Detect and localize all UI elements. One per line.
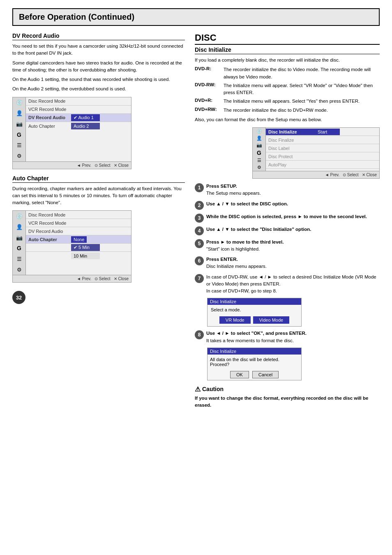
icon-disc-2: 💿 — [14, 212, 24, 221]
disc-icon-3: 📷 — [256, 143, 262, 148]
auto-disc-record: Disc Record Mode — [26, 211, 131, 219]
confirm-dialog-text: All data on the disc will be deleted. Pr… — [210, 357, 279, 367]
step-7-num: 7 — [195, 274, 204, 283]
icon-camera-2: 📷 — [14, 233, 24, 242]
step-8-num: 8 — [195, 330, 204, 339]
menu-item-vcr-record: VCR Record Mode — [26, 106, 131, 114]
step-2-text: Use ▲ / ▼ to select the DISC option. — [206, 200, 288, 207]
auto-dv-audio: DV Record Audio — [26, 227, 131, 235]
icon-person: 👤 — [14, 109, 24, 118]
menu-item-dv-record-audio: DV Record Audio ✔ Audio 1 — [26, 114, 131, 122]
dvd-plus-rw-key: DVD+RW: — [195, 107, 224, 112]
step-4: 4 Use ▲ / ▼ to select the "Disc Initiali… — [195, 226, 380, 235]
icon-list-2: ☰ — [14, 254, 24, 263]
disc-icon-4: G — [257, 150, 261, 156]
dvd-rw-key: DVD-RW: — [195, 82, 224, 87]
disc-footer-select: ⊙ Select — [343, 173, 359, 177]
caution-icon: ⚠ — [195, 385, 201, 393]
step-6: 6 Press ENTER. Disc Initialize menu appe… — [195, 256, 380, 270]
icon-disc: 💿 — [14, 98, 24, 107]
dv-record-para-2: Some digital camcorders have two stereo … — [12, 60, 185, 74]
page-header: Before Operation (Continued) — [12, 8, 380, 26]
disc-protect-item: Disc Protect — [266, 152, 379, 161]
disc-main-heading: DISC — [195, 32, 380, 45]
disc-setup-menu: 💿 👤 📷 G ☰ ⚙ Disc Initialize Start Disc F… — [252, 127, 380, 179]
disc-icon-6: ⚙ — [257, 165, 261, 170]
step-2: 2 Use ▲ / ▼ to select the DISC option. — [195, 200, 380, 210]
step-6-text: Press ENTER. Disc Initialize menu appear… — [206, 256, 267, 270]
footer-select: ⊙ Select — [95, 163, 111, 168]
disc-initialize-item: Disc Initialize Start — [266, 128, 379, 136]
disc-initialize-heading: Disc Initialize — [195, 46, 380, 54]
disc-menu-content: Disc Initialize Start Disc Finalize Disc… — [266, 128, 379, 171]
footer-prev: ◄ Prev. — [77, 163, 91, 168]
auto-footer-prev: ◄ Prev. — [77, 276, 91, 281]
auto-chapter-content: Disc Record Mode VCR Record Mode DV Reco… — [26, 211, 131, 275]
icon-settings-2: ⚙ — [14, 265, 24, 274]
step-8-text: Use ◄ / ► to select "OK", and press ENTE… — [206, 330, 307, 344]
auto-chapter-menu: 💿 👤 📷 G ☰ ⚙ Disc Record Mode VCR Record … — [12, 210, 131, 283]
step-4-text: Use ▲ / ▼ to select the "Disc Initialize… — [206, 226, 311, 233]
step-7-main: In case of DVD-RW, use ◄ / ► to select a… — [206, 274, 376, 286]
dv-record-menu: 💿 👤 📷 G ☰ ⚙ Disc Record Mode VCR Record … — [12, 97, 131, 169]
step-8-sub: It takes a few moments to format the dis… — [206, 338, 294, 343]
icon-settings: ⚙ — [14, 152, 24, 161]
caution-section: ⚠ Caution If you want to change the disc… — [195, 385, 380, 409]
vr-mode-button[interactable]: VR Mode — [219, 316, 251, 324]
video-mode-button[interactable]: Video Mode — [253, 316, 290, 324]
caution-label: Caution — [202, 386, 224, 392]
ok-button[interactable]: OK — [230, 371, 249, 378]
step-3-text: While the DISC option is selected, press… — [206, 213, 367, 220]
dvd-plus-r-row: DVD+R: The Initialize menu will appears.… — [195, 98, 380, 105]
step-6-main: Press ENTER. — [206, 257, 238, 262]
step-1: 1 Press SETUP. The Setup menu appears. — [195, 183, 380, 197]
step-4-main: Use ▲ / ▼ to select the "Disc Initialize… — [206, 227, 311, 232]
caution-bold-text: If you want to change the disc format, e… — [195, 396, 368, 408]
disc-icon-2: 👤 — [256, 136, 262, 141]
icon-person-2: 👤 — [14, 222, 24, 231]
confirm-dialog-buttons: OK Cancel — [208, 369, 301, 380]
dvd-r-val: The recorder initialize the disc to Vide… — [224, 66, 380, 81]
disc-types-table: DVD-R: The recorder initialize the disc … — [195, 66, 380, 114]
dv-record-para-3: On the Audio 1 setting, the sound that w… — [12, 76, 185, 83]
menu-footer-dv: ◄ Prev. ⊙ Select ✕ Close — [13, 161, 131, 169]
dv-record-para-1: You need to set this if you have a camco… — [12, 43, 185, 57]
auto-5min: ✔ 5 Min — [26, 244, 131, 252]
right-column: DISC Disc Initialize If you load a compl… — [195, 32, 380, 411]
vr-video-dialog: Disc Initialize Select a mode. VR Mode V… — [207, 298, 302, 327]
auto-chapter-para: During recording, chapter markers are ad… — [12, 185, 185, 207]
footer-close: ✕ Close — [114, 163, 129, 168]
cancel-button[interactable]: Cancel — [252, 371, 279, 378]
disc-finalize-item: Disc Finalize — [266, 136, 379, 144]
step-3-num: 3 — [195, 214, 204, 223]
dvd-rw-val: The Initialize menu will appear. Select … — [224, 82, 380, 97]
disc-icon-5: ☰ — [257, 158, 261, 163]
step-5-num: 5 — [195, 239, 204, 248]
dvd-plus-rw-val: The recorder initialize the disc to DVD+… — [224, 107, 380, 114]
disc-intro: If you load a completely blank disc, the… — [195, 57, 380, 64]
dvd-r-key: DVD-R: — [195, 66, 224, 71]
disc-footer-close: ✕ Close — [362, 173, 377, 177]
dvd-r-row: DVD-R: The recorder initialize the disc … — [195, 66, 380, 81]
menu-item-disc-record: Disc Record Mode — [26, 97, 131, 106]
auto-vcr-record: VCR Record Mode — [26, 219, 131, 227]
steps-list: 1 Press SETUP. The Setup menu appears. 2… — [195, 183, 380, 380]
disc-icon-1: 💿 — [256, 129, 262, 134]
step-6-num: 6 — [195, 256, 204, 265]
dvd-plus-r-key: DVD+R: — [195, 98, 224, 103]
icon-camera: 📷 — [14, 120, 24, 129]
step-7-text: In case of DVD-RW, use ◄ / ► to select a… — [206, 274, 380, 295]
confirm-dialog-body: All data on the disc will be deleted. Pr… — [208, 355, 301, 369]
autoplay-item: AutoPlay — [266, 161, 379, 169]
auto-footer-close: ✕ Close — [114, 276, 129, 281]
icon-g-2: G — [14, 244, 24, 253]
auto-footer-select: ⊙ Select — [95, 276, 111, 281]
icon-list: ☰ — [14, 141, 24, 150]
step-4-num: 4 — [195, 226, 204, 235]
step-5-text: Press ► to move to the third level. "Sta… — [206, 239, 284, 253]
auto-chapter-item: Auto Chapter None — [26, 235, 131, 244]
menu-icons-col: 💿 👤 📷 G ☰ ⚙ — [13, 97, 26, 161]
step-2-main: Use ▲ / ▼ to select the DISC option. — [206, 201, 288, 206]
disc-menu-icons: 💿 👤 📷 G ☰ ⚙ — [253, 128, 266, 171]
menu-content: Disc Record Mode VCR Record Mode DV Reco… — [26, 97, 131, 161]
